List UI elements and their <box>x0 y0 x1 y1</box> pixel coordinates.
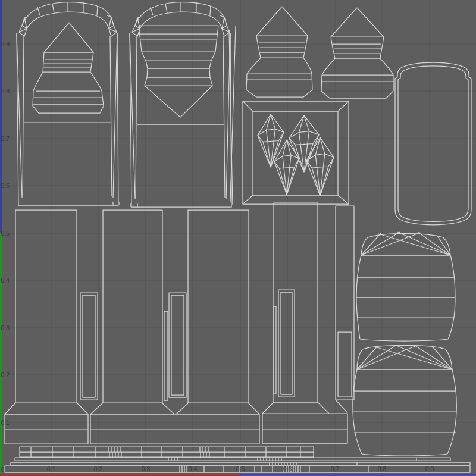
uv-shell-trim-strip-a[interactable] <box>20 447 314 452</box>
u-axis-tick-label: 0.8 <box>378 465 387 472</box>
u-axis-tick-label: 0.7 <box>331 465 340 472</box>
axis-tick-labels: 0.90.80.70.60.50.40.30.20.100.10.20.30.4… <box>1 40 434 473</box>
uv-shell-gem-4[interactable] <box>306 137 334 196</box>
u-axis-tick-label: 0.9 <box>425 465 434 472</box>
uv-shell-column-2[interactable] <box>103 210 162 403</box>
v-axis-line-upper <box>0 0 2 233</box>
u-axis-line-right <box>240 474 476 476</box>
v-axis-tick-label: 0.8 <box>1 87 10 95</box>
uv-shell-side-strip[interactable] <box>336 206 354 400</box>
v-axis-tick-label: 0.5 <box>1 230 10 237</box>
v-axis-tick-label: 0.4 <box>1 277 10 284</box>
uv-shell-tower-feet[interactable] <box>113 202 137 207</box>
uv-shell-pillar-frame-2[interactable] <box>169 293 186 397</box>
uv-canvas[interactable]: 0.90.80.70.60.50.40.30.20.100.10.20.30.4… <box>0 0 476 476</box>
u-axis-tick-label: 0.3 <box>142 465 151 472</box>
uv-shell-base-1[interactable] <box>5 403 88 444</box>
uv-shell-column-4[interactable] <box>274 203 318 402</box>
uv-shell-pillar-frame-3[interactable] <box>278 290 295 397</box>
uv-shell-base-2[interactable] <box>90 403 259 444</box>
v-axis-tick-label: 0.9 <box>1 40 10 48</box>
u-axis-tick-label: 0.4 <box>189 465 198 472</box>
uv-shell-tower1-body[interactable] <box>17 33 118 205</box>
uv-shell-gem-2[interactable] <box>289 115 319 172</box>
u-axis-tick-label: 0.1 <box>47 465 56 472</box>
uv-shell-gem-1[interactable] <box>258 114 284 167</box>
v-axis-tick-label: 0.6 <box>1 182 10 189</box>
v-axis-tick-label: 0 <box>1 466 5 473</box>
v-axis-tick-label: 0.1 <box>1 419 10 426</box>
v-axis-tick-label: 0.7 <box>1 135 10 142</box>
u-axis-tick-label: 0.2 <box>94 465 103 472</box>
uv-shell-column-3[interactable] <box>188 210 249 403</box>
v-axis-tick-label: 0.3 <box>1 324 10 331</box>
uv-shell-sliver-2[interactable] <box>164 311 168 400</box>
uv-shell-tower2-crown[interactable] <box>132 2 230 36</box>
u-axis-tick-label: 0.6 <box>283 465 292 472</box>
uv-shell-barrel-2[interactable] <box>353 345 456 456</box>
uv-shell-dome-finial-a[interactable] <box>246 7 312 97</box>
v-axis-line-lower <box>0 233 2 474</box>
uv-shell-trim-strip-b[interactable] <box>20 452 314 457</box>
uv-shell-trim-strip-c[interactable] <box>15 458 450 461</box>
uv-shell-tower2-shield[interactable] <box>139 26 218 117</box>
uv-editor-viewport[interactable]: 0.90.80.70.60.50.40.30.20.100.10.20.30.4… <box>0 0 476 476</box>
uv-shell-column-1[interactable] <box>15 210 77 403</box>
u-axis-line-left <box>0 474 240 476</box>
axis-lines <box>0 0 476 476</box>
uv-shell-tower1-crown[interactable] <box>19 2 117 36</box>
uv-shell-dome-finial-b[interactable] <box>321 8 393 98</box>
uv-shell-barrel-1[interactable] <box>356 232 455 341</box>
u-axis-tick-label: 0.5 <box>236 465 245 472</box>
uv-shell-tombstone-panel[interactable] <box>395 62 471 225</box>
uv-shells <box>5 2 471 472</box>
uv-shell-tower1-finial[interactable] <box>33 23 104 113</box>
uv-shell-pillar-frame-1[interactable] <box>80 293 98 400</box>
v-axis-tick-label: 0.2 <box>1 371 10 378</box>
grid-lines <box>0 0 476 476</box>
